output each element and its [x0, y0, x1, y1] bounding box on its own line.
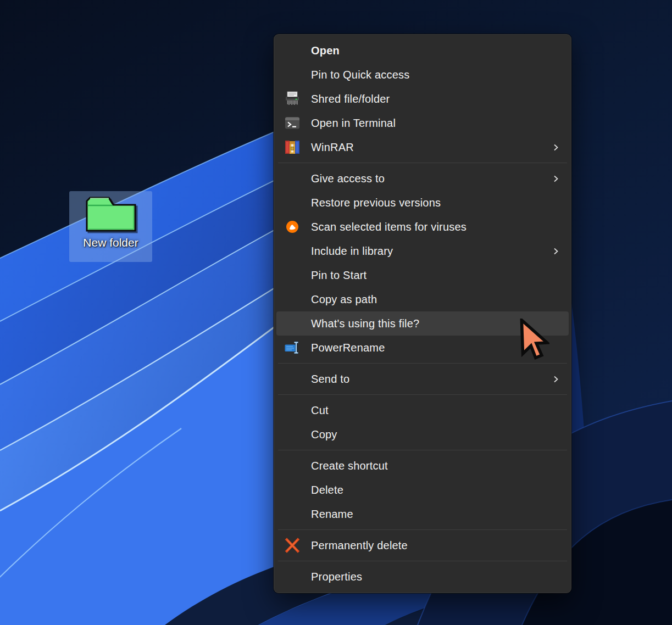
menu-item-label: PowerRename	[311, 342, 560, 354]
icon-placeholder	[284, 291, 301, 308]
chevron-right-icon	[552, 247, 560, 255]
menu-item-send-to[interactable]: Send to	[276, 367, 569, 391]
menu-item-label: Open	[311, 44, 560, 57]
icon-placeholder	[284, 170, 301, 187]
menu-item-restore-previous-versions[interactable]: Restore previous versions	[276, 191, 569, 215]
icon-placeholder	[284, 505, 301, 523]
icon-placeholder	[284, 42, 301, 59]
menu-separator	[278, 394, 567, 395]
menu-item-label: Shred file/folder	[311, 93, 560, 105]
chevron-right-icon	[552, 375, 560, 383]
icon-placeholder	[284, 481, 301, 499]
icon-placeholder	[284, 457, 301, 475]
powerrename-icon	[284, 339, 301, 356]
icon-placeholder	[284, 401, 301, 419]
menu-item-label: Scan selected items for viruses	[311, 221, 560, 233]
menu-item-label: WinRAR	[311, 141, 552, 154]
menu-item-rename[interactable]: Rename	[276, 502, 569, 526]
desktop-icon-label: New folder	[83, 236, 138, 249]
menu-item-pin-to-start[interactable]: Pin to Start	[276, 263, 569, 287]
icon-placeholder	[284, 568, 301, 585]
menu-item-label: Create shortcut	[311, 460, 560, 472]
menu-item-label: Pin to Quick access	[311, 69, 560, 81]
chevron-right-icon	[552, 175, 560, 183]
context-menu: Open Pin to Quick access Shred file/fold…	[274, 34, 571, 593]
menu-item-label: Cut	[311, 404, 560, 417]
menu-item-delete[interactable]: Delete	[276, 478, 569, 502]
menu-item-label: Delete	[311, 484, 560, 496]
menu-item-create-shortcut[interactable]: Create shortcut	[276, 454, 569, 478]
menu-item-open-in-terminal[interactable]: Open in Terminal	[276, 111, 569, 135]
menu-item-pin-to-quick-access[interactable]: Pin to Quick access	[276, 63, 569, 87]
icon-placeholder	[284, 426, 301, 443]
menu-item-copy[interactable]: Copy	[276, 422, 569, 447]
folder-icon	[85, 197, 137, 233]
chevron-right-icon	[552, 143, 560, 152]
menu-item-label: Copy as path	[311, 293, 560, 306]
menu-separator	[278, 450, 567, 450]
menu-item-label: Send to	[311, 373, 552, 386]
menu-item-label: Copy	[311, 428, 560, 441]
menu-item-label: Open in Terminal	[311, 117, 560, 130]
avast-icon	[284, 218, 301, 236]
icon-placeholder	[284, 242, 301, 260]
menu-item-give-access-to[interactable]: Give access to	[276, 166, 569, 191]
menu-item-label: Give access to	[311, 172, 552, 185]
menu-item-winrar[interactable]: WinRAR	[276, 135, 569, 159]
menu-item-shred-file-folder[interactable]: Shred file/folder	[276, 87, 569, 111]
menu-item-cut[interactable]: Cut	[276, 398, 569, 422]
terminal-icon	[284, 114, 301, 132]
menu-item-label: Properties	[311, 571, 560, 583]
menu-item-properties[interactable]: Properties	[276, 565, 569, 589]
menu-item-label: Include in library	[311, 245, 552, 258]
menu-item-permanently-delete[interactable]: Permanently delete	[276, 533, 569, 557]
icon-placeholder	[284, 266, 301, 284]
menu-separator	[278, 529, 567, 530]
desktop-icon-new-folder[interactable]: New folder	[69, 191, 152, 262]
shredder-icon	[284, 90, 301, 108]
menu-item-label: Restore previous versions	[311, 197, 560, 209]
menu-separator	[278, 363, 567, 364]
menu-separator	[278, 561, 567, 561]
menu-item-label: What's using this file?	[311, 317, 560, 330]
menu-item-what-s-using-this-file[interactable]: What's using this file?	[276, 311, 569, 336]
icon-placeholder	[284, 194, 301, 211]
winrar-icon	[284, 138, 301, 156]
menu-item-open[interactable]: Open	[276, 38, 569, 63]
menu-item-include-in-library[interactable]: Include in library	[276, 239, 569, 263]
menu-item-label: Permanently delete	[311, 539, 560, 552]
icon-placeholder	[284, 370, 301, 388]
icon-placeholder	[284, 315, 301, 332]
menu-item-copy-as-path[interactable]: Copy as path	[276, 287, 569, 311]
icon-placeholder	[284, 66, 301, 83]
menu-separator	[278, 163, 567, 163]
menu-item-label: Pin to Start	[311, 269, 560, 282]
menu-item-scan-selected-items-for-viruses[interactable]: Scan selected items for viruses	[276, 215, 569, 239]
menu-item-label: Rename	[311, 508, 560, 521]
delete-x-icon	[284, 537, 301, 554]
menu-item-powerrename[interactable]: PowerRename	[276, 336, 569, 360]
